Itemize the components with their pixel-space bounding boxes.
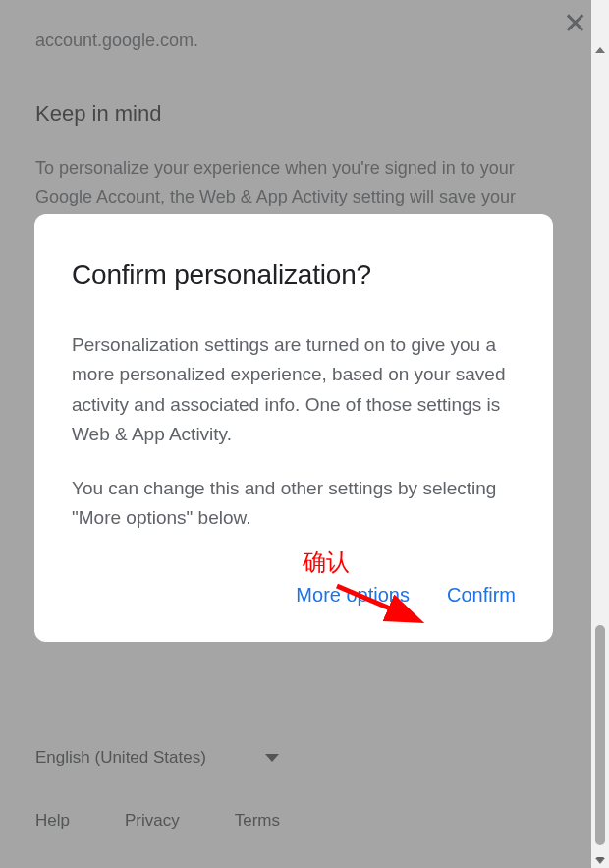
dialog-body: Personalization settings are turned on t… [72,330,516,533]
svg-marker-2 [596,857,604,862]
annotation-arrow-icon [329,578,437,637]
scrollbar-track[interactable] [591,0,609,868]
confirm-button[interactable]: Confirm [447,584,516,607]
dialog-paragraph-1: Personalization settings are turned on t… [72,330,516,450]
svg-line-1 [337,586,415,619]
page-scroll-indicator-icon [593,852,607,866]
dialog-title: Confirm personalization? [72,260,516,291]
scrollbar-thumb[interactable] [595,625,605,845]
dialog-paragraph-2: You can change this and other settings b… [72,474,516,534]
scroll-up-icon[interactable] [595,47,605,53]
annotation-label: 确认 [303,547,350,578]
dialog-actions: More options Confirm [72,584,516,607]
close-button[interactable]: ✕ [563,6,587,40]
confirm-dialog: Confirm personalization? Personalization… [34,214,553,642]
